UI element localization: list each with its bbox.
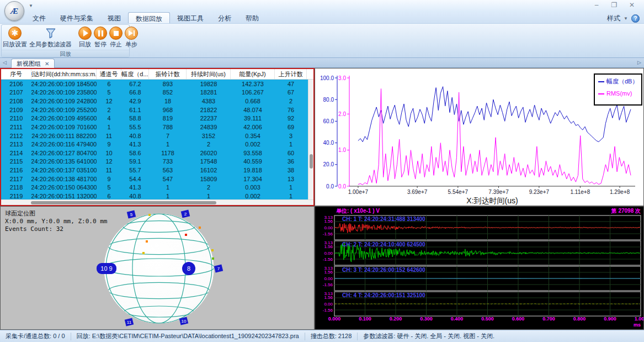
column-header[interactable]: 通道号 bbox=[97, 69, 121, 79]
table-cell: 2 bbox=[187, 140, 231, 149]
quick-access-caret-icon[interactable]: ▼ bbox=[29, 3, 33, 8]
menu-item-7[interactable]: 帮助 bbox=[238, 12, 266, 23]
table-row[interactable]: 211524:20:26:00:135 6410001259.173317548… bbox=[1, 157, 313, 166]
table-row[interactable]: 210924:20:26:00:109 255200261.1968218224… bbox=[1, 106, 313, 114]
column-header[interactable]: 能量(KpJ) bbox=[231, 69, 275, 79]
table-row[interactable]: 211824:20:26:00:150 064300541.3120.0031 bbox=[1, 183, 313, 192]
table-cell: 41.3 bbox=[121, 183, 149, 192]
statusbar-segment-1: 采集卡/通道总数: 0 / 0 bbox=[0, 332, 71, 340]
toolbar-button-label: 回放 bbox=[79, 40, 91, 49]
style-caret-icon[interactable]: ▼ bbox=[624, 16, 628, 21]
column-header[interactable]: 持续时间(us) bbox=[187, 69, 231, 79]
menu-item-2[interactable]: 硬件与采集 bbox=[53, 12, 100, 23]
menu-item-5[interactable]: 视图工具 bbox=[170, 12, 211, 23]
svg-text:RMS(mv): RMS(mv) bbox=[606, 90, 632, 97]
table-row[interactable]: 211224:20:26:00:111 8822001140.8731520.3… bbox=[1, 131, 313, 140]
sensor-marker[interactable]: 11 bbox=[125, 318, 134, 326]
table-row[interactable]: 211124:20:26:00:109 701600155.5788248394… bbox=[1, 123, 313, 131]
maximize-button[interactable]: ❐ bbox=[605, 1, 623, 10]
gear-button[interactable]: ✱回放设置 bbox=[2, 26, 28, 49]
sensor-marker[interactable]: 5 bbox=[127, 210, 136, 218]
table-cell: 24:20:26:00:116 479400 bbox=[31, 140, 97, 149]
amplitude-rms-chart-panel[interactable]: 100.080.060.040.020.00.03.02.01.00.01.00… bbox=[315, 68, 644, 206]
hits-table-panel[interactable]: 序号到达时间(dd:hh:mm:ss:m...通道号幅度（d...振铃计数持续时… bbox=[0, 68, 315, 206]
step-button[interactable]: 单步 bbox=[124, 26, 139, 49]
table-cell: 26020 bbox=[187, 149, 231, 157]
ribbon-tab-bar: 文件硬件与采集视图数据回放视图工具分析帮助 bbox=[0, 12, 644, 24]
table-cell: 10 bbox=[97, 149, 121, 157]
sensor-marker[interactable]: 8 bbox=[182, 262, 195, 275]
table-cell: 0.354 bbox=[231, 131, 275, 140]
table-row[interactable]: 211924:20:26:00:151 132000640.8110.0021 bbox=[1, 192, 313, 199]
statusbar-segment-2: 回放: E:\数据类\CETIM\CETIM-Pasteur\DATA\loca… bbox=[71, 332, 305, 340]
vertical-scrollbar[interactable] bbox=[308, 80, 313, 199]
tab-close-icon[interactable]: ✕ bbox=[45, 61, 49, 67]
column-header[interactable]: 上升计数 bbox=[275, 69, 307, 79]
table-cell: 40.559 bbox=[231, 157, 275, 166]
svg-text:CH: 2 T: 24:20:24:10:400 624: CH: 2 T: 24:20:24:10:400 624500 bbox=[342, 241, 425, 248]
table-cell: 1 bbox=[275, 140, 307, 149]
horizontal-scrollbar[interactable] bbox=[1, 199, 313, 205]
svg-text:1.29e+8: 1.29e+8 bbox=[610, 189, 630, 195]
table-cell: 2115 bbox=[1, 157, 31, 166]
svg-text:10 9: 10 9 bbox=[100, 265, 112, 272]
sphere-location-panel[interactable]: 球面定位图 X:0.0 mm, Y:0.0 mm, Z:0.0 mm Event… bbox=[0, 206, 315, 330]
table-row[interactable]: 210624:20:26:00:109 184500667.2893198281… bbox=[1, 80, 313, 88]
table-cell: 24:20:26:00:127 804700 bbox=[31, 149, 97, 157]
style-menu[interactable]: 样式 bbox=[607, 14, 620, 23]
svg-text:CH: 4 T: 24:20:26:00:151 325: CH: 4 T: 24:20:26:00:151 325100 bbox=[342, 292, 425, 298]
svg-text:0.400: 0.400 bbox=[451, 316, 464, 322]
svg-text:0.00: 0.00 bbox=[324, 276, 333, 281]
tab-scroll-right-icon[interactable]: ▷ bbox=[637, 60, 641, 65]
table-row[interactable]: 211424:20:26:00:127 8047001058.611782602… bbox=[1, 149, 313, 157]
table-cell: 24:20:26:00:109 184500 bbox=[31, 80, 97, 88]
pause-button[interactable]: 暂停 bbox=[93, 26, 108, 49]
table-cell: 58.8 bbox=[121, 114, 149, 123]
toolbar-button-label: 单步 bbox=[125, 40, 137, 49]
column-header[interactable]: 幅度（d... bbox=[121, 69, 149, 79]
column-header[interactable]: 振铃计数 bbox=[149, 69, 187, 79]
table-row[interactable]: 211024:20:26:00:109 495600458.8819222373… bbox=[1, 114, 313, 123]
column-header[interactable]: 序号 bbox=[1, 69, 31, 79]
app-logo[interactable]: Æ bbox=[4, 1, 24, 21]
table-cell: 92 bbox=[275, 114, 307, 123]
stop-button[interactable]: 停止 bbox=[108, 26, 124, 49]
table-cell: 61.1 bbox=[121, 106, 149, 114]
table-cell: 2 bbox=[275, 97, 307, 106]
ribbon: ✱回放设置全局参数滤波器回放暂停停止单步 回放 bbox=[0, 24, 644, 58]
toolbar-button-label: 回放设置 bbox=[3, 40, 27, 49]
svg-text:3.69e+7: 3.69e+7 bbox=[407, 189, 428, 195]
play-button[interactable]: 回放 bbox=[77, 26, 93, 49]
filter-button[interactable]: 全局参数滤波器 bbox=[28, 26, 73, 49]
sensor-marker[interactable]: 2 bbox=[181, 209, 190, 218]
menu-item-3[interactable]: 视图 bbox=[100, 12, 128, 23]
play-icon bbox=[78, 27, 92, 40]
table-cell: 1 bbox=[97, 123, 121, 131]
sensor-marker[interactable]: 7 bbox=[214, 264, 223, 272]
tab-scroll-left-icon[interactable]: ◁ bbox=[3, 60, 7, 65]
table-row[interactable]: 211624:20:26:00:137 0351001155.756316102… bbox=[1, 166, 313, 175]
menu-item-6[interactable]: 分析 bbox=[211, 12, 238, 23]
hscroll-thumb[interactable] bbox=[31, 201, 216, 204]
menu-item-4[interactable]: 数据回放 bbox=[128, 12, 170, 23]
table-row[interactable]: 211324:20:26:00:116 479400941.3120.0021 bbox=[1, 140, 313, 149]
vscroll-thumb[interactable] bbox=[310, 154, 313, 169]
tab-new-view-group[interactable]: 新视图组 ✕ bbox=[11, 59, 55, 68]
close-button[interactable]: ✕ bbox=[623, 1, 641, 10]
svg-text:-1.56: -1.56 bbox=[323, 282, 333, 287]
group-label: 回放 bbox=[2, 50, 129, 57]
table-row[interactable]: 210724:20:26:00:109 235800566.8852182811… bbox=[1, 88, 313, 97]
menu-item-1[interactable]: 文件 bbox=[25, 12, 53, 23]
toolbar-button-label: 停止 bbox=[110, 40, 122, 49]
sensor-marker[interactable]: 10 9 bbox=[97, 263, 116, 274]
table-cell: 13 bbox=[275, 175, 307, 183]
table-cell: 1 bbox=[149, 140, 187, 149]
table-row[interactable]: 211724:20:26:00:138 481700954.4547158091… bbox=[1, 175, 313, 183]
workspace: 序号到达时间(dd:hh:mm:ss:m...通道号幅度（d...振铃计数持续时… bbox=[0, 68, 644, 330]
minimize-button[interactable]: – bbox=[588, 1, 605, 10]
waveform-panel[interactable]: 单位: ( x10e-1 ) V第 27098 次3.131.560.00-1.… bbox=[315, 206, 644, 330]
help-icon[interactable]: ? bbox=[631, 14, 640, 23]
column-header[interactable]: 到达时间(dd:hh:mm:ss:m... bbox=[31, 69, 97, 79]
svg-text:7.39e+7: 7.39e+7 bbox=[488, 189, 509, 195]
table-row[interactable]: 210824:20:26:00:109 2428001242.91843830.… bbox=[1, 97, 313, 106]
